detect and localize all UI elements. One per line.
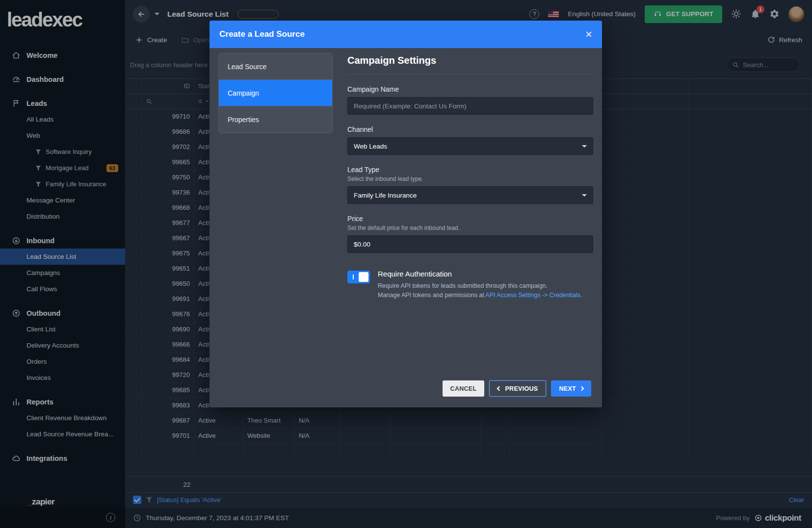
previous-button[interactable]: PREVIOUS <box>489 380 546 397</box>
previous-label: PREVIOUS <box>505 385 538 392</box>
api-access-settings-link[interactable]: API Access Settings -> Credentials <box>486 292 581 299</box>
close-icon[interactable]: × <box>585 28 592 40</box>
require-auth-desc-suffix: . <box>580 292 582 299</box>
chevron-down-icon <box>582 145 587 148</box>
lead-type-value: Family Life Insurance <box>354 192 417 199</box>
require-auth-row: Require Authentication Require API token… <box>347 270 593 300</box>
next-label: NEXT <box>559 385 576 392</box>
chevron-down-icon <box>582 194 587 197</box>
price-hint: Set the default price for each inbound l… <box>347 225 593 231</box>
price-label: Price <box>347 215 593 223</box>
channel-label: Channel <box>347 126 593 133</box>
tab-properties[interactable]: Properties <box>219 106 332 133</box>
lead-type-hint: Select the inbound lead type. <box>347 176 593 182</box>
modal-title: Create a Lead Source <box>219 29 305 39</box>
require-auth-toggle[interactable] <box>347 271 370 283</box>
chevron-right-icon <box>579 386 584 391</box>
tab-campaign[interactable]: Campaign <box>219 80 332 106</box>
cancel-label: CANCEL <box>450 385 477 392</box>
next-button[interactable]: NEXT <box>551 380 591 397</box>
lead-type-field-group: Lead Type Select the inbound lead type. … <box>347 166 593 204</box>
modal-step-nav: Lead Source Campaign Properties <box>218 53 333 133</box>
channel-field-group: Channel Web Leads <box>347 126 593 155</box>
price-field-group: Price Set the default price for each inb… <box>347 215 593 253</box>
create-lead-source-modal: Create a Lead Source × Lead Source Campa… <box>210 21 602 407</box>
section-heading: Campaign Settings <box>347 53 593 75</box>
channel-value: Web Leads <box>354 143 387 150</box>
cancel-button[interactable]: CANCEL <box>443 380 485 397</box>
require-auth-desc-line1: Require API tokens for leads submitted t… <box>378 282 548 289</box>
modal-header: Create a Lead Source × <box>210 21 602 48</box>
campaign-name-field-group: Campaign Name <box>347 85 593 115</box>
chevron-left-icon <box>497 386 502 391</box>
campaign-name-label: Campaign Name <box>347 85 593 93</box>
campaign-name-input[interactable] <box>347 97 593 115</box>
require-auth-desc-line2: Manage API tokens and permissions at <box>378 292 486 299</box>
lead-type-select[interactable]: Family Life Insurance <box>347 186 593 204</box>
channel-select[interactable]: Web Leads <box>347 137 593 155</box>
modal-footer: CANCEL PREVIOUS NEXT <box>210 380 602 407</box>
modal-content: Campaign Settings Campaign Name Channel … <box>347 53 593 380</box>
require-auth-label: Require Authentication <box>378 270 582 278</box>
price-input[interactable] <box>347 235 593 253</box>
modal-body: Lead Source Campaign Properties Campaign… <box>210 48 602 380</box>
lead-type-label: Lead Type <box>347 166 593 174</box>
tab-lead-source[interactable]: Lead Source <box>219 53 332 80</box>
